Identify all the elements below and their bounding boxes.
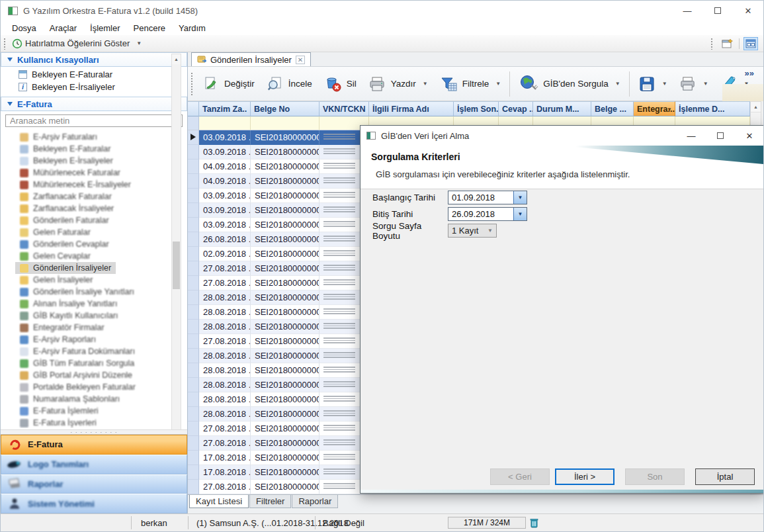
tree-item[interactable]: E-Fatura İşverleri: [15, 417, 101, 428]
tree-item[interactable]: Gönderilen İrsaliye Yanıtları: [15, 286, 139, 298]
tree-item[interactable]: Gelen Faturalar: [15, 226, 95, 238]
tree-item[interactable]: Bekleyen E-İrsaliyeler: [15, 155, 118, 167]
column-header[interactable]: Belge No: [251, 101, 319, 116]
search-input[interactable]: [5, 114, 183, 127]
tree-item[interactable]: Gönderilen Faturalar: [15, 214, 114, 226]
column-header[interactable]: İşlem Son...: [454, 101, 499, 116]
dropdown-button[interactable]: ▼: [513, 191, 527, 204]
reminder-toggle-button[interactable]: Hatırlatma Öğelerini Göster: [25, 38, 130, 48]
page-size-select[interactable]: 1 Kayıt ▼: [448, 224, 497, 238]
tree-item[interactable]: Mühürlenecek E-İrsaliyeler: [15, 179, 136, 191]
print-button[interactable]: ▼: [673, 70, 714, 98]
tree-item[interactable]: Gelen Cevaplar: [15, 250, 95, 262]
close-button[interactable]: ✕: [733, 1, 763, 21]
tab-raporlar[interactable]: Raporlar: [292, 495, 338, 508]
dialog-button[interactable]: İleri >: [555, 468, 615, 485]
toolbar-grip[interactable]: [710, 38, 714, 50]
gibden-sorgula-button[interactable]: GİB'den Sorgula ▼: [513, 70, 626, 98]
filtrele-button[interactable]: Filtrele ▼: [434, 70, 507, 98]
toolbar-grip[interactable]: [191, 72, 194, 96]
scroll-up-icon[interactable]: ▲: [172, 54, 181, 64]
column-header[interactable]: Tanzim Za..: [199, 101, 251, 116]
chevron-down-icon[interactable]: ▼: [136, 40, 142, 46]
end-date-combo[interactable]: 26.09.2018 ▼: [448, 207, 527, 221]
filter-cell[interactable]: [251, 116, 319, 130]
menu-item[interactable]: İşlemler: [83, 23, 127, 33]
new-layout-button[interactable]: [720, 37, 735, 50]
tree-item[interactable]: Numaralama Şablonları: [15, 393, 124, 405]
tree-item[interactable]: GİB Tüm Faturaları Sorgula: [15, 357, 139, 369]
menu-item[interactable]: Pencere: [127, 23, 172, 33]
tree-item[interactable]: Gelen İrsaliyeler: [15, 274, 97, 286]
menu-item[interactable]: Yardım: [172, 23, 212, 33]
save-button[interactable]: ▼: [632, 70, 673, 98]
menu-item[interactable]: Dosya: [5, 23, 43, 33]
filter-cell[interactable]: [188, 116, 199, 130]
tree-item[interactable]: GİB Kayıtlı Kullanıcıları: [15, 310, 123, 322]
tree-item[interactable]: Entegratör Firmalar: [15, 322, 109, 333]
splitter-handle[interactable]: · · · · · · · · · ·: [1, 429, 187, 435]
tab-gonderilen-irsaliyeler[interactable]: Gönderilen İrsaliyeler ✕: [191, 52, 311, 66]
dialog-button[interactable]: İptal: [695, 468, 755, 485]
column-header[interactable]: VKN/TCKN: [319, 101, 369, 116]
tab-filtreler[interactable]: Filtreler: [249, 495, 291, 508]
filter-cell[interactable]: [199, 116, 251, 130]
efatura-section-header[interactable]: E-Fatura: [1, 97, 187, 111]
column-header[interactable]: Entegra...: [634, 101, 675, 116]
panel-sistem-yonetimi[interactable]: Sistem Yönetimi: [1, 494, 187, 513]
tree-item[interactable]: Zarflanacak Faturalar: [15, 191, 116, 202]
incele-button[interactable]: İncele: [261, 70, 318, 98]
tree-item[interactable]: GİB Portal Arşivini Düzenle: [15, 369, 137, 381]
column-header[interactable]: İşlenme D...: [675, 101, 750, 116]
tab-kayit-listesi[interactable]: Kayıt Listesi: [189, 495, 249, 508]
dialog-button[interactable]: < Geri: [490, 468, 550, 485]
menu-item[interactable]: Araçlar: [43, 23, 83, 33]
chevron-down-icon[interactable]: ▼: [423, 81, 428, 87]
panel-raporlar[interactable]: Raporlar: [1, 474, 187, 494]
column-header[interactable]: Belge ...: [591, 101, 634, 116]
tree-item[interactable]: E-Arşiv Faturaları: [15, 131, 102, 143]
tree-item[interactable]: E-Arşiv Fatura Dokümanları: [15, 345, 140, 357]
dialog-maximize-button[interactable]: [706, 126, 735, 146]
chevron-down-icon[interactable]: ▼: [703, 81, 708, 87]
panel-logo-tanimlari[interactable]: Logo Tanımları: [1, 455, 187, 474]
panel-e-fatura[interactable]: E-Fatura: [1, 435, 187, 455]
tree-item[interactable]: Gönderilen Cevaplar: [15, 238, 114, 250]
tree-item[interactable]: Portalde Bekleyen Faturalar: [15, 381, 140, 393]
start-date-combo[interactable]: 01.09.2018 ▼: [448, 191, 527, 204]
tree-item[interactable]: Alınan İrsaliye Yanıtları: [15, 298, 122, 310]
scroll-up-icon[interactable]: ▲: [751, 102, 761, 112]
yazdir-button[interactable]: Yazdır ▼: [362, 70, 434, 98]
dialog-button[interactable]: Son: [625, 468, 685, 485]
chevron-down-icon[interactable]: ▼: [615, 81, 620, 87]
window-layout-button[interactable]: [743, 37, 758, 50]
column-header[interactable]: Durum M...: [533, 101, 591, 116]
user-shortcuts-header[interactable]: Kullanıcı Kısayolları: [1, 52, 187, 67]
scrollbar-thumb[interactable]: [173, 242, 180, 289]
dialog-minimize-button[interactable]: —: [677, 126, 706, 146]
dropdown-button[interactable]: ▼: [513, 208, 527, 220]
column-header[interactable]: [188, 101, 199, 116]
tree-item[interactable]: E-Arşiv Raporları: [15, 333, 101, 345]
tree-item[interactable]: E-Fatura İşlemleri: [15, 405, 103, 417]
memory-gauge[interactable]: 171M / 324M: [448, 517, 526, 529]
toolbar-grip[interactable]: [3, 38, 7, 50]
tree-item[interactable]: Gönderilen İrsaliyeler: [15, 262, 116, 274]
tree-item[interactable]: Mühürlenecek Faturalar: [15, 167, 125, 179]
tree-item[interactable]: Zarflanacak İrsaliyeler: [15, 202, 118, 214]
shortcut-bekleyen-e-irsaliyeler[interactable]: Bekleyen E-İrsaliyeler: [1, 81, 187, 93]
column-header[interactable]: İlgili Firma Adı: [369, 101, 454, 116]
shortcut-bekleyen-e-faturalar[interactable]: Bekleyen E-Faturalar: [1, 68, 187, 81]
dialog-close-button[interactable]: ✕: [735, 126, 764, 146]
tree-item[interactable]: Bekleyen E-Faturalar: [15, 143, 115, 155]
sil-button[interactable]: Sil: [318, 70, 362, 98]
degistir-button[interactable]: Değiştir: [196, 70, 261, 98]
chevron-down-icon[interactable]: ▼: [662, 81, 667, 87]
minimize-button[interactable]: —: [672, 1, 702, 21]
garbage-collect-trash-icon[interactable]: [530, 517, 538, 528]
column-header[interactable]: Cevap ...: [499, 101, 533, 116]
chevron-down-icon[interactable]: ▼: [495, 81, 501, 87]
toolbar-overflow-icon[interactable]: »»: [745, 68, 754, 78]
tab-close-icon[interactable]: ✕: [296, 56, 305, 64]
maximize-button[interactable]: [702, 1, 733, 21]
